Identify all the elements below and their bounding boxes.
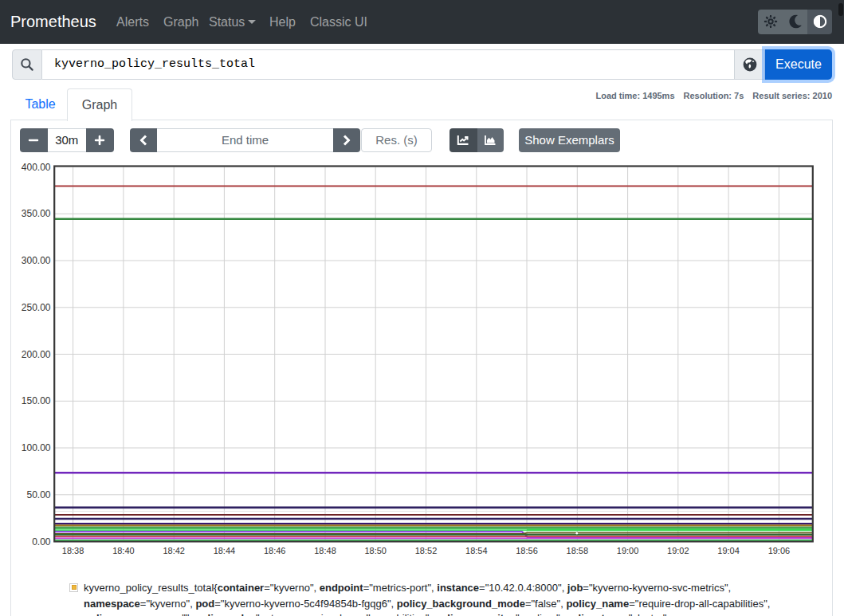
svg-text:19:00: 19:00 (617, 546, 639, 555)
svg-text:100.00: 100.00 (22, 442, 51, 453)
svg-text:18:48: 18:48 (314, 546, 336, 555)
svg-text:18:46: 18:46 (264, 546, 286, 555)
svg-text:150.00: 150.00 (22, 395, 51, 406)
svg-text:50.00: 50.00 (26, 489, 50, 500)
svg-text:18:50: 18:50 (364, 546, 387, 555)
svg-text:18:38: 18:38 (62, 546, 84, 555)
svg-text:18:58: 18:58 (567, 546, 589, 555)
svg-text:250.00: 250.00 (22, 302, 51, 313)
svg-text:18:54: 18:54 (465, 546, 488, 555)
svg-text:0.00: 0.00 (32, 536, 51, 547)
svg-text:18:52: 18:52 (415, 546, 438, 555)
svg-text:18:44: 18:44 (214, 546, 236, 555)
svg-text:400.00: 400.00 (22, 162, 51, 173)
svg-text:18:40: 18:40 (112, 546, 135, 555)
svg-text:18:42: 18:42 (163, 546, 185, 555)
svg-text:19:02: 19:02 (667, 546, 689, 555)
svg-text:350.00: 350.00 (22, 208, 51, 219)
svg-text:300.00: 300.00 (22, 255, 51, 266)
svg-text:19:06: 19:06 (768, 546, 791, 555)
svg-text:200.00: 200.00 (22, 349, 51, 360)
svg-text:18:56: 18:56 (516, 546, 538, 555)
svg-text:19:04: 19:04 (717, 546, 740, 555)
